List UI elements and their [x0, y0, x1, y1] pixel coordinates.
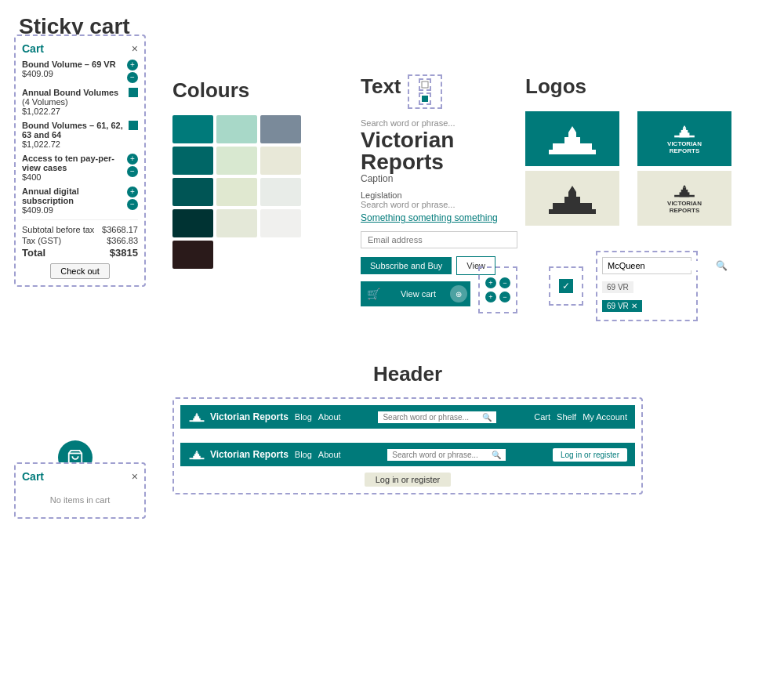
search-label: Search word or phrase...	[361, 118, 517, 128]
view-cart-button[interactable]: 🛒 View cart ⊕	[361, 281, 470, 306]
tag-active: 69 VR ✕	[602, 298, 691, 312]
total-label: Total	[22, 247, 45, 259]
legislation-label: Legislation	[361, 190, 517, 200]
vr-tag-inactive[interactable]: 69 VR	[602, 281, 633, 293]
logo-tile-light-icon	[525, 171, 619, 226]
link-text[interactable]: Something something something	[361, 212, 517, 223]
cart-item-controls: + −	[127, 187, 138, 210]
nav-about-link[interactable]: About	[318, 412, 341, 422]
logo-tile-teal-icon	[525, 111, 619, 166]
search-icon-btn[interactable]: 🔍	[716, 260, 728, 271]
email-input[interactable]	[368, 235, 510, 244]
nav-logo-area: Victorian Reports	[188, 410, 289, 424]
colour-swatch	[172, 178, 213, 206]
text-icon-box	[408, 74, 442, 109]
minus-circle-icon2[interactable]: −	[499, 292, 510, 302]
colour-swatch	[216, 209, 257, 237]
cart-item-price: $409.09	[22, 205, 124, 215]
subtotal-value: $3668.17	[102, 225, 138, 234]
nav-account-link[interactable]: My Account	[583, 412, 627, 422]
plus-circle-icon2[interactable]: +	[485, 292, 496, 302]
nav-blog-link[interactable]: Blog	[295, 412, 312, 422]
minus-circle-icon[interactable]: −	[499, 277, 510, 288]
cart-item-name: Bound Volumes – 61, 62, 63 and 64	[22, 121, 125, 139]
subtotal-label: Subtotal before tax	[22, 225, 94, 234]
nav-search-icon-btn-2[interactable]: 🔍	[492, 451, 501, 459]
svg-marker-25	[683, 185, 686, 187]
colours-title: Colours	[172, 78, 329, 103]
svg-marker-13	[683, 125, 686, 128]
vr-heading: Victorian Reports	[361, 129, 517, 173]
cart-item: Bound Volumes – 61, 62, 63 and 64 $1,022…	[22, 121, 138, 149]
svg-rect-14	[674, 136, 695, 138]
colour-swatch	[216, 178, 257, 206]
icon-controls-box: + − + −	[478, 266, 517, 313]
search-input[interactable]	[608, 261, 716, 270]
cart-close-icon[interactable]: ×	[132, 42, 138, 55]
svg-rect-24	[683, 188, 686, 190]
cart-icon: 🛒	[361, 288, 387, 300]
svg-rect-17	[568, 192, 576, 198]
colour-swatch	[216, 115, 257, 143]
text-section-header: Text	[361, 74, 517, 109]
cart-item-icon[interactable]	[129, 88, 138, 97]
empty-cart-title: Cart	[22, 470, 44, 483]
cart-item-info: Access to ten pay-per-view cases $400	[22, 154, 124, 182]
no-items-text: No items in cart	[22, 489, 138, 511]
checkbox-box: ✓	[549, 266, 583, 306]
cart-divider	[22, 219, 138, 220]
cart-item-name: Annual Bound Volumes (4 Volumes)	[22, 88, 125, 107]
svg-rect-2	[422, 96, 428, 102]
total-row: Total $3815	[22, 247, 138, 259]
cart-item-add-btn[interactable]: +	[127, 60, 138, 71]
text-title: Text	[361, 74, 401, 99]
cart-item-remove-btn[interactable]: −	[127, 72, 138, 83]
svg-rect-29	[195, 415, 198, 417]
nav-search-input[interactable]	[383, 413, 482, 422]
nav-search-icon-btn[interactable]: 🔍	[482, 413, 492, 422]
colour-swatch	[260, 178, 301, 206]
empty-cart-close-icon[interactable]: ×	[132, 470, 138, 483]
cart-item: Annual digital subscription $409.09 + −	[22, 187, 138, 215]
nav-login-button[interactable]: Log in or register	[553, 448, 627, 462]
caption-label: Caption	[361, 173, 517, 184]
cart-item-remove-btn[interactable]: −	[127, 199, 138, 210]
cart-count-circle: ⊕	[450, 285, 467, 302]
nav-search-input-2[interactable]	[392, 451, 492, 459]
vr-tag-selected[interactable]: 69 VR ✕	[602, 300, 642, 312]
logos-section: Logos VICTORIANREPORTS	[525, 74, 745, 226]
header-dashed-box: Victorian Reports Blog About 🔍 Cart Shel…	[172, 397, 643, 494]
cart-item-remove-btn[interactable]: −	[127, 166, 138, 177]
nav-brand-text-2: Victorian Reports	[210, 449, 289, 460]
cart-item: Access to ten pay-per-view cases $400 + …	[22, 154, 138, 182]
checkbox-icon[interactable]: ✓	[559, 279, 573, 293]
nav-search-box: 🔍	[378, 411, 496, 423]
svg-rect-34	[195, 452, 198, 455]
checkout-button[interactable]: Check out	[50, 263, 110, 279]
nav-cart-link[interactable]: Cart	[534, 412, 550, 422]
cart-item: Annual Bound Volumes (4 Volumes) $1,022.…	[22, 88, 138, 116]
cart-item-name: Access to ten pay-per-view cases	[22, 154, 124, 172]
plus-circle-icon[interactable]: +	[485, 277, 496, 288]
subscribe-button[interactable]: Subscribe and Buy	[361, 257, 452, 274]
nav-about-link-2[interactable]: About	[318, 450, 341, 459]
cart-item-price: $1,022.27	[22, 107, 125, 116]
nav-logo-area-2: Victorian Reports	[188, 447, 289, 462]
header-section: Header Victorian Reports Blog About 🔍	[172, 362, 643, 494]
tag-remove-icon[interactable]: ✕	[631, 302, 637, 310]
text-icon-inner	[419, 78, 431, 91]
nav-blog-link-2[interactable]: Blog	[295, 450, 312, 459]
colour-swatch	[216, 147, 257, 175]
cart-item-add-btn[interactable]: +	[127, 187, 138, 197]
nav-bar-2: Victorian Reports Blog About 🔍 Log in or…	[180, 443, 635, 466]
view-cart-label: View cart	[387, 289, 450, 299]
cart-item-icon[interactable]	[129, 121, 138, 130]
cart-item-controls: + −	[127, 60, 138, 83]
cart-header: Cart ×	[22, 42, 138, 55]
cart-item-add-btn[interactable]: +	[127, 154, 138, 165]
cart-item-info: Bound Volumes – 61, 62, 63 and 64 $1,022…	[22, 121, 125, 149]
colour-grid	[172, 115, 329, 269]
empty-cart-panel: Cart × No items in cart	[14, 462, 146, 519]
nav-shelf-link[interactable]: Shelf	[557, 412, 576, 422]
login-outside-button[interactable]: Log in or register	[365, 473, 452, 487]
